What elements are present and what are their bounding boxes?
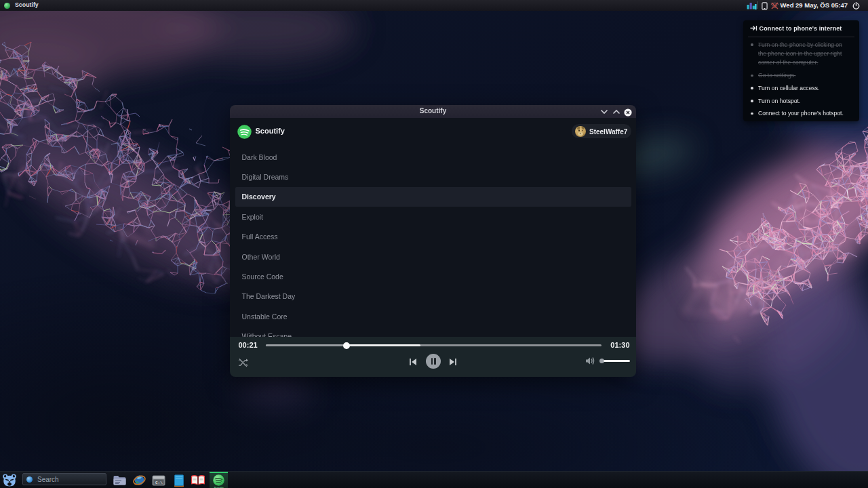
svg-text:C:\: C:\ — [155, 480, 163, 485]
